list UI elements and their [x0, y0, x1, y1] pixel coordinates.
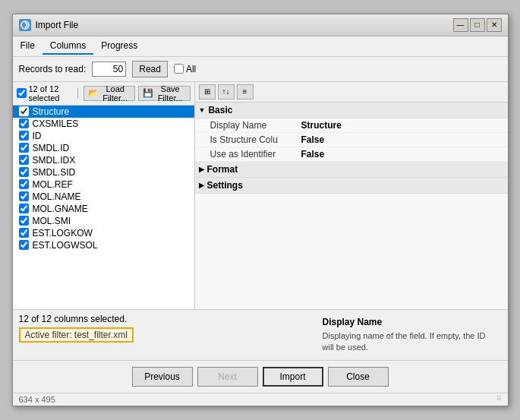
- select-all-checkbox-label[interactable]: 12 of 12 selected: [17, 84, 72, 103]
- save-filter-icon: 💾: [143, 88, 153, 98]
- all-label: All: [186, 64, 196, 74]
- close-window-button[interactable]: ✕: [487, 18, 502, 32]
- filter-props-button[interactable]: ≡: [237, 84, 254, 99]
- next-button[interactable]: Next: [197, 367, 258, 387]
- property-row: Is Structure ColuFalse: [195, 133, 508, 147]
- menu-file[interactable]: File: [13, 38, 43, 55]
- column-checkbox[interactable]: [19, 155, 29, 165]
- column-checkbox[interactable]: [19, 216, 29, 226]
- column-item[interactable]: SMDL.IDX: [13, 154, 194, 166]
- column-name: MOL.NAME: [33, 191, 81, 202]
- column-checkbox[interactable]: [19, 240, 29, 250]
- column-name: EST.LOGKOW: [33, 228, 93, 238]
- column-name: Structure: [33, 106, 70, 117]
- window-title: Import File: [36, 20, 79, 30]
- property-key: Display Name: [210, 120, 301, 131]
- column-item[interactable]: MOL.SMI: [13, 215, 194, 227]
- column-checkbox[interactable]: [19, 179, 29, 189]
- property-row: Display NameStructure: [195, 118, 508, 133]
- property-value: Structure: [301, 120, 342, 131]
- column-checkbox[interactable]: [19, 143, 29, 153]
- property-value: False: [301, 149, 325, 159]
- column-item[interactable]: MOL.NAME: [13, 191, 194, 203]
- previous-button[interactable]: Previous: [132, 367, 193, 387]
- active-filter-badge: Active filter: test_filter.xml: [19, 327, 134, 343]
- column-checkbox[interactable]: [19, 131, 29, 141]
- title-left: Import File: [19, 19, 79, 31]
- all-checkbox-label[interactable]: All: [174, 64, 196, 74]
- menu-progress[interactable]: Progress: [93, 38, 145, 55]
- property-section: ▶Settings: [195, 178, 508, 194]
- read-button[interactable]: Read: [132, 61, 168, 77]
- select-all-checkbox[interactable]: [17, 88, 27, 98]
- section-arrow-icon: ▼: [199, 106, 206, 114]
- section-arrow-icon: ▶: [199, 166, 204, 173]
- property-tree: ▼BasicDisplay NameStructureIs Structure …: [195, 103, 508, 194]
- property-section-header[interactable]: ▶Format: [195, 162, 508, 178]
- resize-handle[interactable]: ⠿: [496, 395, 502, 404]
- minimize-button[interactable]: —: [453, 18, 468, 32]
- all-checkbox[interactable]: [174, 64, 184, 74]
- column-checkbox[interactable]: [19, 106, 29, 116]
- column-name: MOL.SMI: [33, 216, 71, 226]
- column-item[interactable]: ID: [13, 130, 194, 142]
- column-name: SMDL.ID: [33, 143, 70, 153]
- section-name: Format: [207, 164, 238, 175]
- column-item[interactable]: MOL.REF: [13, 178, 194, 191]
- column-name: CXSMILES: [33, 118, 79, 129]
- status-bar: 12 of 12 columns selected. Active filter…: [13, 310, 508, 361]
- column-item[interactable]: SMDL.ID: [13, 142, 194, 154]
- columns-selected-text: 12 of 12 columns selected.: [19, 314, 312, 324]
- top-toolbar: Records to read: Read All: [13, 57, 508, 82]
- property-row: Use as IdentifierFalse: [195, 147, 508, 162]
- import-button[interactable]: Import: [263, 367, 323, 387]
- sort-button[interactable]: ↑↓: [218, 84, 235, 99]
- selection-count: 12 of 12 selected: [29, 84, 72, 103]
- dimension-label: 634 x 495: [19, 395, 55, 404]
- column-name: EST.LOGWSOL: [33, 240, 98, 251]
- maximize-button[interactable]: □: [470, 18, 485, 32]
- main-window: Import File — □ ✕ File Columns Progress …: [12, 14, 509, 407]
- separator: [77, 88, 78, 99]
- column-list-panel: 12 of 12 selected 📂 Load Filter... 💾 Sav…: [13, 82, 195, 309]
- column-name: SMDL.IDX: [33, 155, 76, 166]
- columns-list: StructureCXSMILESIDSMDL.IDSMDL.IDXSMDL.S…: [13, 106, 194, 251]
- properties-panel: ⊞ ↑↓ ≡ ▼BasicDisplay NameStructureIs Str…: [195, 82, 508, 309]
- save-filter-button[interactable]: 💾 Save Filter...: [138, 86, 191, 101]
- close-button[interactable]: Close: [328, 367, 389, 387]
- column-checkbox[interactable]: [19, 204, 29, 213]
- column-name: ID: [33, 131, 42, 141]
- property-section-header[interactable]: ▶Settings: [195, 178, 508, 194]
- property-value: False: [301, 134, 325, 145]
- records-input[interactable]: [92, 62, 126, 77]
- column-name: SMDL.SID: [33, 167, 76, 178]
- window-controls: — □ ✕: [453, 18, 502, 32]
- property-key: Use as Identifier: [210, 149, 301, 159]
- dimension-bar: 634 x 495 ⠿: [13, 393, 508, 406]
- section-name: Basic: [208, 105, 232, 115]
- column-item[interactable]: CXSMILES: [13, 118, 194, 130]
- grid-view-button[interactable]: ⊞: [199, 84, 216, 99]
- column-checkbox[interactable]: [19, 228, 29, 238]
- column-item[interactable]: EST.LOGKOW: [13, 227, 194, 239]
- section-name: Settings: [207, 180, 243, 191]
- column-item[interactable]: SMDL.SID: [13, 166, 194, 178]
- filter-bar: 12 of 12 selected 📂 Load Filter... 💾 Sav…: [13, 82, 194, 106]
- property-section-header[interactable]: ▼Basic: [195, 103, 508, 118]
- menu-columns[interactable]: Columns: [43, 38, 93, 55]
- property-section: ▶Format: [195, 162, 508, 178]
- column-checkbox[interactable]: [19, 191, 29, 201]
- app-icon: [19, 19, 31, 31]
- load-filter-button[interactable]: 📂 Load Filter...: [84, 86, 135, 101]
- status-left: 12 of 12 columns selected. Active filter…: [19, 314, 312, 357]
- column-name: MOL.GNAME: [33, 204, 88, 214]
- column-item[interactable]: MOL.GNAME: [13, 203, 194, 215]
- load-filter-icon: 📂: [88, 88, 99, 98]
- column-checkbox[interactable]: [19, 167, 29, 177]
- column-checkbox[interactable]: [19, 118, 29, 128]
- column-name: MOL.REF: [33, 179, 73, 190]
- status-right: Display Name Displaying name of the fiel…: [320, 314, 502, 357]
- column-item[interactable]: EST.LOGWSOL: [13, 239, 194, 251]
- properties-toolbar: ⊞ ↑↓ ≡: [195, 82, 508, 103]
- column-item[interactable]: Structure: [13, 106, 194, 118]
